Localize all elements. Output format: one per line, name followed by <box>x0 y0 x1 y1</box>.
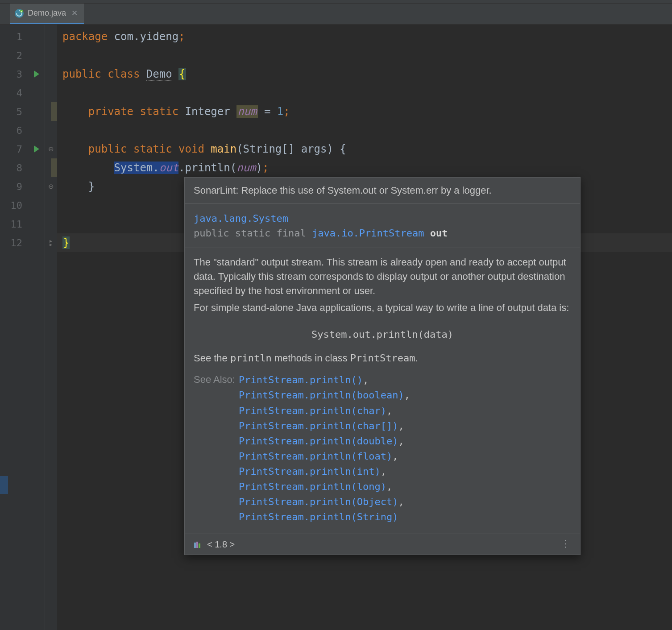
line-number-gutter: 1 2 3 4 5 6 7 8 9 10 11 12 <box>0 25 29 630</box>
run-cell <box>29 46 45 65</box>
line-number[interactable]: 7 <box>0 140 29 158</box>
popup-signature: java.lang.System public static final jav… <box>185 204 580 248</box>
doc-code-sample: System.out.println(data) <box>194 318 571 352</box>
run-cell[interactable] <box>29 65 45 83</box>
see-also-link[interactable]: PrintStream.println(boolean) <box>239 390 404 401</box>
see-also-link[interactable]: PrintStream.println(char[]) <box>239 420 398 431</box>
code-line[interactable] <box>57 121 672 140</box>
popup-footer: < 1.8 > ⋯ <box>185 534 580 555</box>
see-also-link[interactable]: PrintStream.println(String) <box>239 511 398 522</box>
line-number[interactable]: 2 <box>0 46 29 65</box>
line-number[interactable]: 12 <box>0 233 29 252</box>
svg-rect-2 <box>194 543 196 548</box>
line-number[interactable]: 11 <box>0 215 29 233</box>
line-number[interactable]: 3 <box>0 65 29 83</box>
editor-tab[interactable]: Demo.java ✕ <box>10 4 84 24</box>
see-also-link[interactable]: PrintStream.println(int) <box>239 466 381 477</box>
change-marker <box>51 102 57 121</box>
left-gutter-marker <box>0 476 8 494</box>
code-line[interactable] <box>57 46 672 65</box>
see-also-section: See Also: PrintStream.println(), PrintSt… <box>194 373 571 525</box>
doc-paragraph: See the println methods in class PrintSt… <box>194 351 571 365</box>
see-also-link[interactable]: PrintStream.println(Object) <box>239 496 398 507</box>
type-link[interactable]: java.io.PrintStream <box>312 228 424 239</box>
svg-rect-3 <box>196 542 198 548</box>
line-number[interactable]: 10 <box>0 196 29 215</box>
run-icon <box>34 70 39 78</box>
doc-paragraph: The "standard" output stream. This strea… <box>194 255 571 298</box>
tabbar-spacer <box>0 4 10 24</box>
popup-body: The "standard" output stream. This strea… <box>185 248 580 534</box>
java-class-icon <box>14 8 24 18</box>
popup-inspection-header: SonarLint: Replace this use of System.ou… <box>185 178 580 204</box>
tab-bar: Demo.java ✕ <box>0 4 672 25</box>
fold-end-icon[interactable]: ▸▸ <box>45 233 57 252</box>
see-also-link[interactable]: PrintStream.println(long) <box>239 481 386 492</box>
run-cell[interactable] <box>29 140 45 158</box>
code-line[interactable]: package com.yideng; <box>57 27 672 46</box>
line-number[interactable]: 5 <box>0 102 29 121</box>
documentation-popup: SonarLint: Replace this use of System.ou… <box>184 177 581 555</box>
code-line[interactable]: public class Demo { <box>57 65 672 83</box>
fold-handle[interactable]: ⊖ <box>45 140 57 158</box>
see-also-link[interactable]: PrintStream.println() <box>239 374 363 385</box>
code-line[interactable]: private static Integer num = 1; <box>57 102 672 121</box>
line-number[interactable]: 1 <box>0 27 29 46</box>
popup-footer-left[interactable]: < 1.8 > <box>194 539 235 550</box>
see-also-link[interactable]: PrintStream.println(double) <box>239 435 398 447</box>
run-cell <box>29 27 45 46</box>
more-icon[interactable]: ⋯ <box>560 539 572 550</box>
line-number[interactable]: 9 <box>0 177 29 196</box>
see-also-link[interactable]: PrintStream.println(char) <box>239 405 386 416</box>
close-icon[interactable]: ✕ <box>71 8 78 18</box>
doc-paragraph: For simple stand-alone Java applications… <box>194 301 571 315</box>
line-number[interactable]: 6 <box>0 121 29 140</box>
run-cell <box>29 121 45 140</box>
run-cell <box>29 102 45 121</box>
change-marker <box>51 158 57 177</box>
line-number[interactable]: 4 <box>0 83 29 102</box>
top-strip <box>0 0 672 4</box>
run-cell <box>29 83 45 102</box>
code-line[interactable]: public static void main(String[] args) { <box>57 140 672 158</box>
see-also-link[interactable]: PrintStream.println(float) <box>239 451 392 462</box>
jdk-version-label: < 1.8 > <box>207 539 235 550</box>
fold-handle[interactable]: ⊖ <box>45 177 57 196</box>
svg-rect-4 <box>199 543 200 548</box>
see-also-list: PrintStream.println(), PrintStream.print… <box>239 373 410 525</box>
library-icon <box>194 541 203 548</box>
run-icon <box>34 145 39 153</box>
line-number[interactable]: 8 <box>0 158 29 177</box>
tab-filename: Demo.java <box>28 8 66 18</box>
see-also-label: See Also: <box>194 373 235 525</box>
svg-point-1 <box>20 9 23 12</box>
code-line[interactable]: System.out.println(num); <box>57 158 672 177</box>
class-link[interactable]: java.lang.System <box>194 213 288 224</box>
code-line[interactable] <box>57 83 672 102</box>
run-gutter <box>29 25 45 630</box>
